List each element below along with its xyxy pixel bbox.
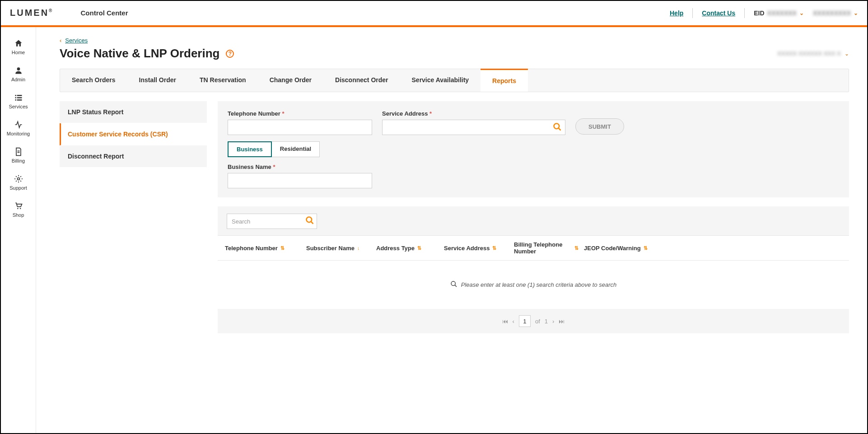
svg-point-10 [554, 124, 560, 129]
svg-point-14 [451, 281, 455, 285]
svg-line-13 [311, 222, 313, 224]
sort-icon: ↓ [357, 245, 360, 251]
help-icon[interactable]: ? [226, 50, 234, 58]
sidebar-item-label: Home [12, 50, 25, 55]
contact-link[interactable]: Contact Us [702, 9, 735, 17]
breadcrumb: ‹ Services [60, 37, 849, 44]
account-selector[interactable]: XXXXX XXXXXX XXX X ⌄ [777, 50, 849, 57]
tn-label: Telephone Number * [228, 110, 372, 117]
sort-icon: ⇅ [280, 245, 285, 251]
pager-first[interactable]: ⏮ [502, 318, 508, 325]
svg-rect-6 [17, 99, 22, 101]
col-service-address[interactable]: Service Address⇅ [441, 241, 511, 255]
sub-nav: LNP Status Report Customer Service Recor… [60, 101, 207, 333]
pager-total: 1 [545, 318, 548, 325]
col-telephone-number[interactable]: Telephone Number⇅ [222, 241, 303, 255]
svg-rect-4 [17, 97, 22, 98]
svg-point-0 [17, 67, 20, 70]
sidebar-item-home[interactable]: Home [1, 34, 36, 61]
app-title: Control Center [80, 9, 128, 17]
sidebar-item-services[interactable]: Services [1, 89, 36, 116]
help-link[interactable]: Help [670, 9, 683, 17]
service-address-input[interactable] [382, 120, 565, 135]
svg-point-9 [19, 208, 21, 210]
table-search-button[interactable] [305, 216, 314, 227]
svg-point-12 [307, 217, 312, 223]
tab-install-order[interactable]: Install Order [127, 69, 188, 92]
home-icon [14, 39, 23, 48]
empty-text: Please enter at least one (1) search cri… [461, 281, 617, 288]
svg-point-8 [17, 208, 19, 210]
tab-search-orders[interactable]: Search Orders [60, 69, 127, 92]
pager-last[interactable]: ⏭ [559, 318, 565, 325]
sidebar-item-billing[interactable]: Billing [1, 143, 36, 170]
pager-of: of [535, 318, 540, 325]
bn-label: Business Name * [228, 163, 839, 170]
toggle-residential[interactable]: Residential [272, 141, 320, 157]
sidebar-item-label: Shop [13, 212, 24, 218]
svg-rect-1 [15, 95, 16, 96]
subnav-disconnect-report[interactable]: Disconnect Report [60, 145, 207, 168]
svg-rect-5 [15, 99, 16, 101]
svg-line-15 [455, 285, 457, 287]
eid-selector[interactable]: EID XXXXXXX ⌄ [754, 9, 804, 17]
chevron-left-icon: ‹ [60, 37, 61, 44]
submit-button[interactable]: SUBMIT [575, 118, 624, 135]
toggle-business[interactable]: Business [228, 141, 272, 157]
document-icon [14, 147, 23, 156]
page-title: Voice Native & LNP Ordering [60, 47, 219, 61]
sidebar-item-label: Services [9, 104, 28, 109]
col-address-type[interactable]: Address Type⇅ [373, 241, 441, 255]
eid-label: EID [754, 9, 764, 17]
tab-change-order[interactable]: Change Order [258, 69, 323, 92]
filter-panel: Telephone Number * Service Address * [218, 101, 849, 197]
sort-icon: ⇅ [417, 245, 421, 251]
sidebar-item-monitoring[interactable]: Monitoring [1, 116, 36, 143]
sidebar-item-admin[interactable]: Admin [1, 61, 36, 89]
pager-next[interactable]: › [552, 318, 554, 325]
sidebar-item-shop[interactable]: Shop [1, 197, 36, 224]
sidebar-item-support[interactable]: Support [1, 170, 36, 197]
chevron-down-icon: ⌄ [845, 51, 849, 57]
tabs: Search Orders Install Order TN Reservati… [60, 69, 849, 92]
eid-value: XXXXXXX [767, 9, 797, 17]
sidebar-item-label: Billing [12, 158, 25, 163]
sidebar-item-label: Admin [11, 77, 25, 82]
subnav-lnp-status[interactable]: LNP Status Report [60, 101, 207, 123]
tab-disconnect-order[interactable]: Disconnect Order [323, 69, 400, 92]
tab-tn-reservation[interactable]: TN Reservation [188, 69, 258, 92]
search-icon[interactable] [553, 122, 562, 134]
chevron-down-icon: ⌄ [854, 10, 858, 16]
top-header: LUMEN® Control Center Help Contact Us EI… [1, 1, 867, 25]
results-section: Telephone Number⇅ Subscriber Name↓ Addre… [218, 206, 849, 333]
tab-service-availability[interactable]: Service Availability [400, 69, 481, 92]
svg-rect-3 [15, 97, 16, 98]
subnav-csr[interactable]: Customer Service Records (CSR) [60, 123, 207, 145]
customer-type-toggle: Business Residential [228, 141, 839, 157]
pager-page-input[interactable] [519, 315, 531, 327]
user-icon [14, 66, 23, 75]
svg-point-7 [17, 178, 19, 180]
sort-icon: ⇅ [644, 245, 648, 251]
telephone-number-input[interactable] [228, 120, 372, 135]
col-billing-tn[interactable]: Billing Telephone Number⇅ [511, 241, 581, 255]
pager: ⏮ ‹ of 1 › ⏭ [218, 309, 849, 333]
col-subscriber-name[interactable]: Subscriber Name↓ [303, 241, 373, 255]
account-selector-top[interactable]: XXXXXXXXX ⌄ [813, 9, 858, 17]
business-name-input[interactable] [228, 173, 372, 188]
sidebar-item-label: Monitoring [7, 131, 30, 136]
logo: LUMEN® [10, 8, 53, 18]
sidebar-item-label: Support [9, 185, 27, 191]
col-jeop[interactable]: JEOP Code/Warning⇅ [581, 241, 845, 255]
search-icon [450, 280, 457, 289]
pager-prev[interactable]: ‹ [513, 318, 514, 325]
gear-icon [14, 174, 23, 183]
sort-icon: ⇅ [574, 245, 579, 251]
sort-icon: ⇅ [492, 245, 496, 251]
svg-rect-2 [17, 95, 22, 96]
addr-label: Service Address * [382, 110, 565, 117]
tab-reports[interactable]: Reports [481, 69, 528, 92]
table-search-input[interactable] [227, 214, 317, 229]
breadcrumb-link[interactable]: Services [65, 37, 88, 44]
chevron-down-icon: ⌄ [799, 10, 804, 16]
